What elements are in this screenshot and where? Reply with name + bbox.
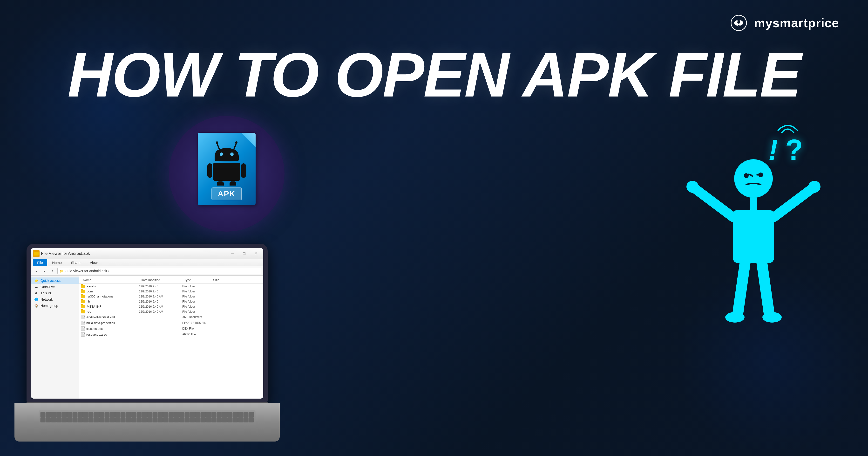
key[interactable] <box>227 412 232 417</box>
table-row[interactable]: com 12/9/2016 9:40 File folder <box>79 289 263 294</box>
key[interactable] <box>158 418 163 422</box>
key[interactable] <box>121 412 125 417</box>
key[interactable] <box>195 418 200 422</box>
key[interactable] <box>244 418 248 422</box>
key[interactable] <box>137 412 142 417</box>
key[interactable] <box>174 412 179 417</box>
key[interactable] <box>105 412 110 417</box>
key[interactable] <box>147 412 152 417</box>
minimize-button[interactable]: ─ <box>227 250 238 257</box>
key[interactable] <box>89 418 93 422</box>
key[interactable] <box>89 412 93 417</box>
key[interactable] <box>153 412 157 417</box>
table-row[interactable]: resources.arsc ARSC File <box>79 332 263 337</box>
sidebar-item-homegroup[interactable]: 🏠 Homegroup <box>31 303 79 309</box>
key[interactable] <box>137 418 142 422</box>
key[interactable] <box>190 418 195 422</box>
up-button[interactable]: ↑ <box>49 267 56 274</box>
key[interactable] <box>195 412 200 417</box>
key[interactable] <box>206 412 211 417</box>
key[interactable] <box>105 418 110 422</box>
key[interactable] <box>110 412 115 417</box>
col-size[interactable]: Size <box>211 278 235 283</box>
key[interactable] <box>110 418 115 422</box>
key[interactable] <box>217 418 222 422</box>
ribbon-tab-home[interactable]: Home <box>48 259 66 266</box>
key[interactable] <box>46 412 51 417</box>
ribbon-tab-file[interactable]: File <box>33 259 47 266</box>
key[interactable] <box>169 418 174 422</box>
key[interactable] <box>249 412 254 417</box>
key[interactable] <box>56 412 61 417</box>
key[interactable] <box>217 412 222 417</box>
key[interactable] <box>99 418 104 422</box>
key[interactable] <box>185 418 189 422</box>
key[interactable] <box>126 412 131 417</box>
key[interactable] <box>51 412 56 417</box>
back-button[interactable]: ◂ <box>33 267 39 274</box>
key[interactable] <box>126 418 131 422</box>
key[interactable] <box>46 418 51 422</box>
key[interactable] <box>72 412 78 417</box>
table-row[interactable]: build-data.properties PROPERTIES File <box>79 320 263 326</box>
forward-button[interactable]: ▸ <box>41 267 48 274</box>
key[interactable] <box>179 412 184 417</box>
key[interactable] <box>78 418 83 422</box>
table-row[interactable]: AndroidManifest.xml XML Document <box>79 314 263 320</box>
key[interactable] <box>83 418 88 422</box>
key[interactable] <box>131 412 136 417</box>
address-path[interactable]: 📁 › File Viewer for Android.apk › <box>57 268 261 274</box>
key[interactable] <box>62 412 67 417</box>
table-row[interactable]: lib 12/9/2016 9:40 File folder <box>79 299 263 304</box>
key[interactable] <box>200 418 206 422</box>
key[interactable] <box>222 418 227 422</box>
key[interactable] <box>94 418 99 422</box>
key[interactable] <box>121 418 125 422</box>
key[interactable] <box>200 412 206 417</box>
key[interactable] <box>40 418 45 422</box>
key[interactable] <box>142 418 147 422</box>
ribbon-tab-view[interactable]: View <box>85 259 102 266</box>
key[interactable] <box>163 412 168 417</box>
key[interactable] <box>179 418 184 422</box>
key[interactable] <box>99 412 104 417</box>
sidebar-item-quick-access[interactable]: ⭐ Quick access <box>31 278 79 284</box>
key[interactable] <box>78 412 83 417</box>
key[interactable] <box>56 418 61 422</box>
key[interactable] <box>40 412 45 417</box>
key[interactable] <box>174 418 179 422</box>
sidebar-item-network[interactable]: 🌐 Network <box>31 296 79 303</box>
key[interactable] <box>185 412 189 417</box>
col-name[interactable]: Name ↑ <box>81 278 139 283</box>
key[interactable] <box>212 418 216 422</box>
key[interactable] <box>67 418 72 422</box>
key[interactable] <box>51 418 56 422</box>
key[interactable] <box>72 418 78 422</box>
table-row[interactable]: jsr305_annotations 12/9/2016 9:40 AM Fil… <box>79 294 263 299</box>
key[interactable] <box>62 418 67 422</box>
table-row[interactable]: res 12/9/2016 9:40 AM File folder <box>79 309 263 314</box>
sidebar-item-this-pc[interactable]: 🖥 This PC <box>31 290 79 296</box>
key[interactable] <box>131 418 136 422</box>
table-row[interactable]: classes.dex DEX File <box>79 326 263 332</box>
key[interactable] <box>227 418 232 422</box>
key[interactable] <box>153 418 157 422</box>
key[interactable] <box>115 418 120 422</box>
key[interactable] <box>163 418 168 422</box>
key[interactable] <box>115 412 120 417</box>
sidebar-item-onedrive[interactable]: ☁ OneDrive <box>31 284 79 290</box>
key[interactable] <box>190 412 195 417</box>
key[interactable] <box>249 418 254 422</box>
col-type[interactable]: Type <box>182 278 211 283</box>
key[interactable] <box>212 412 216 417</box>
key[interactable] <box>67 412 72 417</box>
table-row[interactable]: assets 12/9/2016 9:40 File folder <box>79 284 263 289</box>
key[interactable] <box>206 418 211 422</box>
key[interactable] <box>94 412 99 417</box>
key[interactable] <box>244 412 248 417</box>
close-button[interactable]: ✕ <box>250 250 261 257</box>
key[interactable] <box>169 412 174 417</box>
maximize-button[interactable]: □ <box>239 250 250 257</box>
table-row[interactable]: META-INF 12/9/2016 9:40 AM File folder <box>79 304 263 309</box>
col-date[interactable]: Date modified <box>139 278 182 283</box>
